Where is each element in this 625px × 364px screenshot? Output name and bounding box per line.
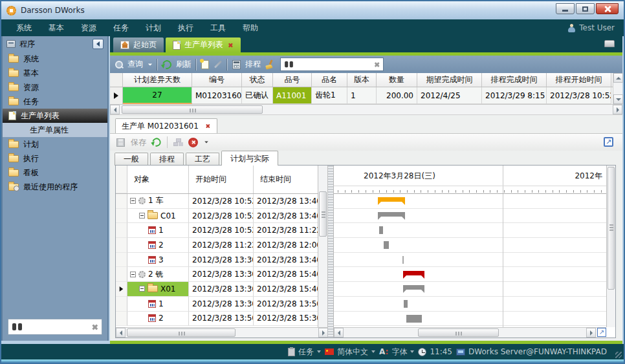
new-document-icon[interactable] [201, 60, 209, 69]
plan-table-row[interactable]: X012012/3/28 13:302012/3/28 15:40 [116, 282, 318, 297]
grid-cell[interactable]: A11001 [273, 87, 312, 104]
plan-object-cell[interactable]: 2 [127, 312, 189, 327]
gantt-bar[interactable] [378, 197, 405, 202]
vscroll-thumb[interactable] [608, 167, 615, 290]
menu-item[interactable]: 工具 [202, 23, 234, 34]
orders-grid-vscrollbar[interactable] [613, 73, 622, 104]
plan-table-vscrollbar[interactable] [318, 166, 328, 327]
hscroll-thumb[interactable] [127, 328, 236, 337]
menu-item[interactable]: 计划 [137, 23, 170, 34]
validation-shield-icon[interactable] [188, 138, 198, 147]
tab-close-icon[interactable] [228, 43, 233, 48]
split-handle[interactable] [328, 166, 334, 337]
grid-column-header[interactable]: 编号 [192, 73, 242, 87]
routing-icon[interactable] [173, 138, 182, 146]
grid-column-header[interactable]: 排程完成时间 [482, 73, 547, 87]
save-button[interactable]: 保存 [131, 137, 146, 148]
plan-column-header[interactable]: 对象 [127, 166, 189, 193]
collapse-toggle-icon[interactable] [130, 198, 136, 204]
grid-column-header[interactable]: 状态 [242, 73, 273, 87]
grid-cell[interactable]: 1 [347, 87, 377, 104]
grid-cell[interactable]: M012031601 [192, 87, 242, 104]
tab-plan-vs-actual[interactable]: 计划与实际 [221, 151, 278, 166]
sidebar-item[interactable]: 看板 [3, 166, 107, 180]
menu-item[interactable]: 执行 [170, 23, 202, 34]
sidebar-search-input[interactable] [26, 322, 87, 332]
plan-table-row[interactable]: 1 车2012/3/28 10:522012/3/28 13:40 [116, 194, 318, 209]
shield-dropdown-icon[interactable] [204, 142, 208, 144]
detail-tab-close-icon[interactable] [205, 124, 210, 129]
tab-scheduling[interactable]: 排程 [150, 153, 184, 166]
clear-search-icon[interactable] [375, 62, 379, 67]
sidebar-item[interactable]: 执行 [3, 151, 107, 166]
status-language-dropdown[interactable]: 简体中文 [325, 347, 375, 358]
plan-table-row[interactable]: 12012/3/28 13:302012/3/28 13:50 [116, 297, 318, 312]
tab-general[interactable]: 一般 [115, 153, 148, 166]
sidebar-item[interactable]: 资源 [3, 80, 107, 94]
grid-column-header[interactable]: 版本 [347, 73, 377, 87]
close-button[interactable] [596, 3, 619, 14]
menu-item[interactable]: 资源 [72, 23, 105, 34]
grid-column-header[interactable]: 期望完成时间 [417, 73, 482, 87]
schedule-button[interactable]: 排程 [245, 59, 261, 70]
plan-table-row[interactable]: 2 铣2012/3/28 13:302012/3/28 15:40 [116, 267, 318, 282]
grid-cell[interactable]: 2012/4/25 [417, 87, 482, 104]
grid-cell[interactable]: 2012/3/29 8:15 [482, 87, 547, 104]
gantt-vscrollbar[interactable] [606, 166, 615, 327]
minimize-button[interactable] [556, 3, 575, 14]
gantt-bar[interactable] [384, 241, 389, 249]
plan-object-cell[interactable]: 2 [127, 238, 189, 253]
sidebar-item[interactable]: 任务 [3, 94, 107, 109]
gantt-hscrollbar[interactable]: ↗ [334, 327, 606, 337]
plan-object-cell[interactable]: C01 [127, 209, 189, 224]
save-icon[interactable] [116, 138, 125, 147]
plan-table-row[interactable]: 32012/3/28 13:302012/3/28 13:40 [116, 253, 318, 268]
sidebar-item[interactable]: 计划 [3, 137, 107, 151]
orders-grid-hscrollbar[interactable] [110, 105, 622, 115]
hscroll-thumb[interactable] [418, 328, 499, 337]
sidebar-collapse-button[interactable] [93, 39, 104, 49]
gantt-bar[interactable] [406, 315, 422, 323]
collapse-toggle-icon[interactable] [130, 272, 136, 277]
gantt-expand-icon[interactable]: ↗ [597, 328, 606, 337]
collapse-toggle-icon[interactable] [139, 286, 145, 292]
scroll-left-button[interactable] [116, 328, 126, 337]
edit-pencil-icon[interactable] [214, 60, 222, 68]
scroll-left-button[interactable] [334, 328, 344, 337]
gantt-bar[interactable] [404, 300, 408, 308]
scroll-right-button[interactable] [613, 105, 622, 114]
sidebar-item[interactable]: 生产单属性 [3, 123, 107, 137]
refresh-icon[interactable] [151, 136, 162, 148]
toolbar-search-input[interactable] [297, 59, 370, 70]
grid-column-header[interactable]: 品号 [273, 73, 312, 87]
grid-cell[interactable]: 已确认 [242, 87, 273, 104]
grid-cell[interactable]: 27 [123, 87, 192, 104]
plan-table-row[interactable]: 12012/3/28 10:522012/3/28 11:22 [116, 223, 318, 238]
status-task-dropdown[interactable]: 任务 [288, 347, 321, 358]
broom-icon[interactable] [264, 59, 275, 70]
grid-column-header[interactable]: 数量 [377, 73, 417, 87]
refresh-button[interactable]: 刷新 [176, 59, 192, 70]
scroll-left-button[interactable] [110, 105, 120, 114]
plan-table-row[interactable]: 22012/3/28 13:502012/3/28 15:30 [116, 312, 318, 327]
orders-grid-row[interactable]: 27M012031601已确认A11001齿轮11200.002012/4/25… [110, 87, 622, 104]
title-bar[interactable]: Darsson DWorks [1, 1, 624, 19]
gantt-bar[interactable] [378, 212, 405, 217]
menu-item[interactable]: 基本 [40, 23, 72, 34]
hscroll-thumb[interactable] [122, 105, 263, 114]
menu-item[interactable]: 系统 [8, 23, 40, 34]
scroll-right-button[interactable] [586, 328, 596, 337]
sidebar-item[interactable]: 最近使用的程序 [3, 180, 107, 194]
user-box[interactable]: Test User [568, 19, 615, 36]
gantt-bar[interactable] [403, 285, 424, 290]
plan-object-cell[interactable]: 3 [127, 253, 189, 268]
refresh-icon[interactable] [160, 58, 173, 70]
plan-object-cell[interactable]: 1 [127, 297, 189, 312]
resize-grip[interactable] [615, 352, 622, 358]
tab-order-list[interactable]: 生产单列表 [166, 37, 241, 52]
plan-column-header[interactable]: 结束时间 [254, 166, 318, 193]
gantt-bar[interactable] [379, 226, 383, 234]
gantt-bar[interactable] [402, 256, 404, 264]
plan-table-row[interactable]: 22012/3/28 11:222012/3/28 12:00 [116, 238, 318, 253]
scroll-down-button[interactable] [613, 94, 623, 104]
